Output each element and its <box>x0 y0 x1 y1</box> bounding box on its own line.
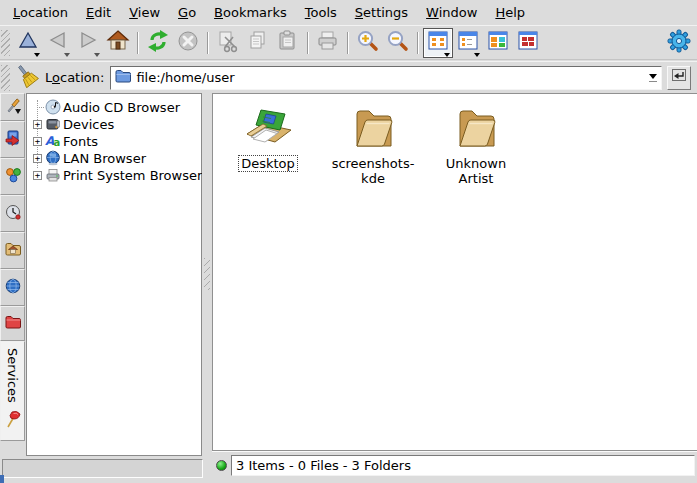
home-button[interactable] <box>103 28 133 58</box>
print-icon <box>316 29 340 56</box>
go-button[interactable] <box>667 66 691 90</box>
copy-icon <box>246 29 270 56</box>
menu-view[interactable]: View <box>120 2 169 23</box>
tab-root-folder[interactable] <box>0 306 25 341</box>
up-dropdown-arrow-icon[interactable] <box>34 53 40 57</box>
text-view-button[interactable] <box>513 28 543 58</box>
audio-cd-icon <box>45 99 61 115</box>
up-button[interactable] <box>13 28 43 58</box>
tab-bookmarks[interactable] <box>0 121 25 158</box>
desktop-folder-icon[interactable] <box>241 100 295 152</box>
zoom-in-icon <box>356 29 380 56</box>
file-label[interactable]: screenshots-kde <box>327 155 419 187</box>
icon-view-button[interactable] <box>423 28 453 58</box>
tab-history[interactable] <box>0 195 25 232</box>
forward-dropdown-arrow-icon <box>94 53 100 57</box>
open-folder-icon[interactable] <box>451 100 501 152</box>
stop-button[interactable] <box>173 28 203 58</box>
menu-bar: Location Edit View Go Bookmarks Tools Se… <box>0 0 697 25</box>
combo-arrow-underline <box>649 81 657 82</box>
menu-location[interactable]: Location <box>4 2 77 23</box>
reload-button[interactable] <box>143 28 173 58</box>
services-pin-icon <box>4 409 22 432</box>
tree-item-audio-cd-browser[interactable]: Audio CD Browser <box>27 99 201 116</box>
menu-edit[interactable]: Edit <box>77 2 120 23</box>
sidebar-status-area <box>2 459 203 478</box>
menu-bookmarks[interactable]: Bookmarks <box>205 2 296 23</box>
clear-location-button[interactable] <box>13 64 41 92</box>
tab-services-balls[interactable] <box>0 158 25 195</box>
location-value[interactable]: file:/home/user <box>136 70 644 85</box>
folder-view[interactable]: Desktop screenshots-kde Unknown Artist <box>212 93 697 451</box>
menu-go[interactable]: Go <box>169 2 205 23</box>
icon-view-icon <box>428 31 448 54</box>
print-button[interactable] <box>313 28 343 58</box>
open-folder-icon[interactable] <box>348 100 398 152</box>
tree-stub <box>37 107 44 108</box>
bookmarks-icon <box>4 129 22 150</box>
expander-plus-icon[interactable]: + <box>33 171 42 180</box>
print-system-icon <box>45 167 61 183</box>
tab-home-folder[interactable] <box>0 232 25 269</box>
status-led-icon <box>216 460 227 471</box>
location-label: Location: <box>45 70 104 85</box>
network-globe-icon <box>4 277 22 298</box>
multicolumn-view-button[interactable] <box>483 28 513 58</box>
toolbar-separator <box>207 32 209 54</box>
tree-view-button[interactable] <box>453 28 483 58</box>
location-input[interactable]: file:/home/user <box>110 66 662 90</box>
menu-help[interactable]: Help <box>486 2 534 23</box>
tab-services[interactable]: Services <box>0 341 25 441</box>
back-button[interactable] <box>43 28 73 58</box>
file-label[interactable]: Desktop <box>238 155 298 172</box>
location-dropdown-button[interactable] <box>644 67 661 89</box>
file-label[interactable]: Unknown Artist <box>430 155 522 187</box>
panel-configure-button[interactable] <box>0 93 25 121</box>
tree-item-label[interactable]: LAN Browser <box>63 151 146 166</box>
zoom-in-button[interactable] <box>353 28 383 58</box>
expander-plus-icon[interactable]: + <box>33 137 42 146</box>
zoom-out-button[interactable] <box>383 28 413 58</box>
root-folder-icon <box>4 313 22 334</box>
kde-logo-button[interactable] <box>664 28 694 58</box>
configure-panel-icon <box>4 97 22 118</box>
menu-window[interactable]: Window <box>417 2 486 23</box>
tree-item-print-system-browser[interactable]: + Print System Browser <box>27 167 201 184</box>
toolbar-drag-handle[interactable] <box>1 30 10 56</box>
tree-item-label[interactable]: Devices <box>63 117 114 132</box>
file-item-screenshots-kde[interactable]: screenshots-kde <box>323 100 423 187</box>
cut-button[interactable] <box>213 28 243 58</box>
location-toolbar-drag-handle[interactable] <box>1 65 10 91</box>
tree-item-label[interactable]: Audio CD Browser <box>63 100 180 115</box>
tree-item-devices[interactable]: + Devices <box>27 116 201 133</box>
menu-settings[interactable]: Settings <box>346 2 417 23</box>
splitter-grip[interactable] <box>204 258 210 290</box>
tree-item-lan-browser[interactable]: + LAN Browser <box>27 150 201 167</box>
menu-tools[interactable]: Tools <box>296 2 346 23</box>
text-view-icon <box>518 31 538 54</box>
tree-view-dropdown-arrow-icon[interactable] <box>474 53 480 57</box>
forward-button[interactable] <box>73 28 103 58</box>
tree-item-fonts[interactable]: + A a Fonts <box>27 133 201 150</box>
tree-item-label[interactable]: Print System Browser <box>63 168 202 183</box>
icon-view-dropdown-arrow-icon[interactable] <box>444 53 450 57</box>
paste-icon <box>276 29 300 56</box>
file-item-desktop[interactable]: Desktop <box>218 100 318 172</box>
paste-button[interactable] <box>273 28 303 58</box>
copy-button[interactable] <box>243 28 273 58</box>
services-balls-icon <box>4 166 22 187</box>
services-tree-panel: Audio CD Browser + Devices + A a Fonts +… <box>26 93 202 456</box>
panel-splitter[interactable] <box>202 93 212 456</box>
svg-text:a: a <box>54 137 61 148</box>
navigation-panel-tabstrip: Services <box>0 93 26 455</box>
main-toolbar <box>0 25 697 60</box>
expander-plus-icon[interactable]: + <box>33 120 42 129</box>
expander-plus-icon[interactable]: + <box>33 154 42 163</box>
tree-item-label[interactable]: Fonts <box>63 134 98 149</box>
tab-network[interactable] <box>0 269 25 306</box>
zoom-out-icon <box>386 29 410 56</box>
toolbar-separator <box>347 32 349 54</box>
clear-location-broom-icon <box>15 64 39 91</box>
file-item-unknown-artist[interactable]: Unknown Artist <box>426 100 526 187</box>
chevron-down-icon <box>649 74 657 79</box>
